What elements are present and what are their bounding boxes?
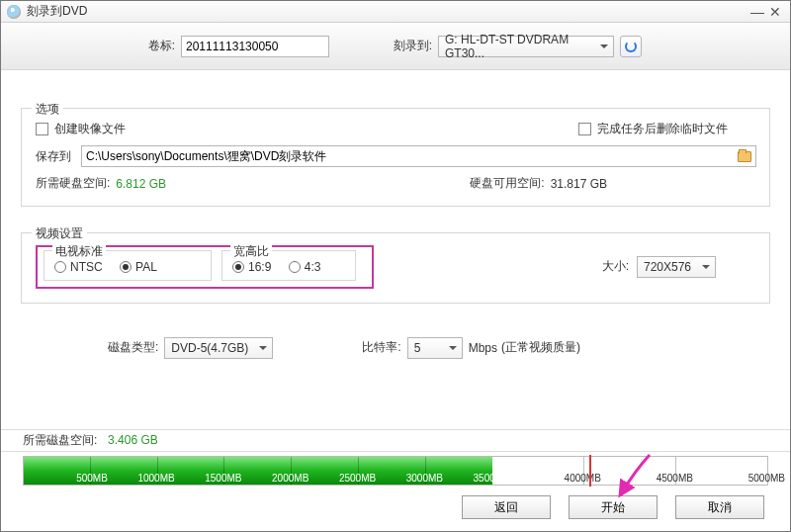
- tick: 1000MB: [91, 457, 158, 485]
- r43-radio[interactable]: [289, 261, 301, 273]
- footer: 所需磁盘空间: 3.406 GB 500MB1000MB1500MB2000MB…: [1, 429, 790, 531]
- window-title: 刻录到DVD: [27, 3, 87, 20]
- tv-standard-group: 电视标准 NTSC PAL: [44, 250, 212, 281]
- space-bar-fill: 500MB1000MB1500MB2000MB2500MB3000MB3500M…: [24, 457, 492, 485]
- minimize-button[interactable]: —: [748, 4, 766, 20]
- video-settings-group: 视频设置 电视标准 NTSC PAL 宽高比 16:9 4:3 大小: 720X…: [21, 232, 770, 304]
- bitrate-select[interactable]: 5: [407, 337, 463, 359]
- video-legend: 视频设置: [32, 225, 87, 242]
- pal-label: PAL: [135, 260, 157, 274]
- size-label: 大小:: [602, 258, 629, 275]
- ntsc-radio[interactable]: [54, 261, 66, 273]
- r169-label: 16:9: [248, 260, 271, 274]
- tick: 3000MB: [359, 457, 426, 485]
- disc-type-label: 磁盘类型:: [108, 339, 158, 356]
- tick: 500MB: [24, 457, 91, 485]
- r169-radio[interactable]: [232, 261, 244, 273]
- pal-radio[interactable]: [120, 261, 132, 273]
- disk-req-value: 3.406 GB: [108, 433, 158, 447]
- delete-temp-label: 完成任务后删除临时文件: [597, 121, 728, 137]
- options-group: 选项 创建映像文件 完成任务后删除临时文件 保存到 所需硬盘空间: 6.812 …: [21, 108, 770, 207]
- save-path-input[interactable]: [81, 145, 756, 167]
- browse-button[interactable]: [734, 146, 755, 166]
- tick: 4000MB: [492, 457, 584, 485]
- start-button[interactable]: 开始: [569, 495, 658, 519]
- r43-label: 4:3: [305, 260, 321, 274]
- volume-label: 卷标:: [1, 38, 175, 54]
- burn-drive-select[interactable]: G: HL-DT-ST DVDRAM GT30...: [438, 36, 614, 57]
- header-strip: 卷标: 刻录到: G: HL-DT-ST DVDRAM GT30...: [1, 23, 790, 70]
- burn-to-label: 刻录到:: [329, 38, 432, 54]
- disc-icon: [7, 5, 21, 19]
- space-bar: 500MB1000MB1500MB2000MB2500MB3000MB3500M…: [23, 456, 768, 486]
- disk-req-label: 所需磁盘空间:: [23, 433, 97, 447]
- tick: 3500MB: [426, 457, 492, 485]
- volume-input[interactable]: [181, 36, 329, 57]
- create-image-checkbox[interactable]: [36, 123, 48, 135]
- hdd-free-label: 硬盘可用空间:: [470, 175, 544, 192]
- refresh-icon: [625, 41, 637, 52]
- titlebar: 刻录到DVD — ✕: [1, 1, 790, 23]
- cancel-button[interactable]: 取消: [675, 495, 764, 519]
- folder-icon: [738, 151, 751, 162]
- tick: 5000MB: [676, 457, 767, 485]
- size-select[interactable]: 720X576: [637, 256, 716, 278]
- save-to-label: 保存到: [36, 148, 81, 165]
- bitrate-unit: Mbps: [469, 341, 497, 355]
- bitrate-label: 比特率:: [362, 339, 400, 356]
- ntsc-label: NTSC: [70, 260, 103, 274]
- create-image-label: 创建映像文件: [54, 121, 126, 137]
- capacity-marker: [589, 455, 591, 487]
- disc-type-select[interactable]: DVD-5(4.7GB): [164, 337, 273, 359]
- hdd-req-label: 所需硬盘空间:: [36, 175, 110, 192]
- tv-standard-label: 电视标准: [52, 243, 106, 260]
- options-legend: 选项: [32, 101, 63, 118]
- tick: 2000MB: [224, 457, 292, 485]
- bitrate-note: (正常视频质量): [501, 339, 580, 356]
- space-bar-rest: 4000MB4500MB5000MB: [492, 457, 767, 485]
- disc-bitrate-row: 磁盘类型: DVD-5(4.7GB) 比特率: 5 Mbps (正常视频质量): [21, 337, 770, 359]
- back-button[interactable]: 返回: [462, 495, 551, 519]
- aspect-group: 宽高比 16:9 4:3: [221, 250, 356, 281]
- hdd-req-value: 6.812 GB: [116, 177, 166, 191]
- hdd-free-value: 31.817 GB: [551, 177, 607, 191]
- refresh-button[interactable]: [620, 36, 642, 57]
- highlighted-area: 电视标准 NTSC PAL 宽高比 16:9 4:3: [36, 245, 374, 289]
- tick: 1500MB: [158, 457, 225, 485]
- aspect-label: 宽高比: [230, 243, 272, 260]
- close-button[interactable]: ✕: [766, 4, 784, 20]
- tick: 2500MB: [292, 457, 359, 485]
- delete-temp-checkbox[interactable]: [578, 123, 591, 135]
- tick: 4500MB: [584, 457, 676, 485]
